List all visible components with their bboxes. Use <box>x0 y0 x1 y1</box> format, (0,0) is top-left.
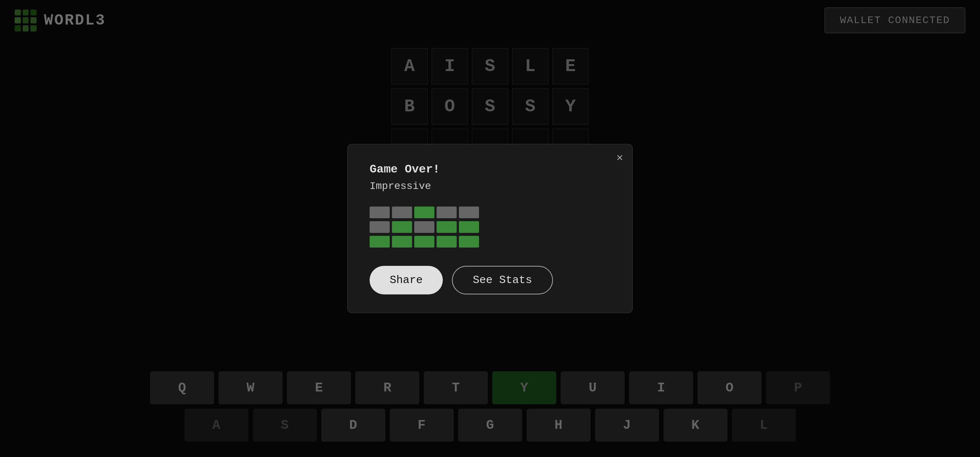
modal-overlay: × Game Over! Impressive <box>0 0 980 457</box>
game-over-modal: × Game Over! Impressive <box>347 144 633 313</box>
modal-buttons: Share See Stats <box>370 266 610 294</box>
emoji-row-3 <box>370 236 610 248</box>
emoji-row-2 <box>370 221 610 233</box>
emoji-cell-2-5 <box>459 221 479 233</box>
emoji-cell-2-4 <box>437 221 457 233</box>
share-button[interactable]: Share <box>370 266 443 294</box>
emoji-cell-2-2 <box>392 221 412 233</box>
modal-subtitle: Impressive <box>370 181 610 192</box>
emoji-cell-2-3 <box>414 221 434 233</box>
emoji-cell-2-1 <box>370 221 390 233</box>
emoji-cell-1-5 <box>459 206 479 218</box>
emoji-cell-1-2 <box>392 206 412 218</box>
emoji-row-1 <box>370 206 610 218</box>
emoji-cell-1-4 <box>437 206 457 218</box>
see-stats-button[interactable]: See Stats <box>452 266 553 294</box>
emoji-cell-3-1 <box>370 236 390 248</box>
emoji-grid <box>370 206 610 248</box>
emoji-cell-1-3 <box>414 206 434 218</box>
modal-title: Game Over! <box>370 163 610 176</box>
emoji-cell-3-3 <box>414 236 434 248</box>
modal-close-button[interactable]: × <box>616 152 623 163</box>
emoji-cell-3-4 <box>437 236 457 248</box>
emoji-cell-3-5 <box>459 236 479 248</box>
emoji-cell-1-1 <box>370 206 390 218</box>
emoji-cell-3-2 <box>392 236 412 248</box>
